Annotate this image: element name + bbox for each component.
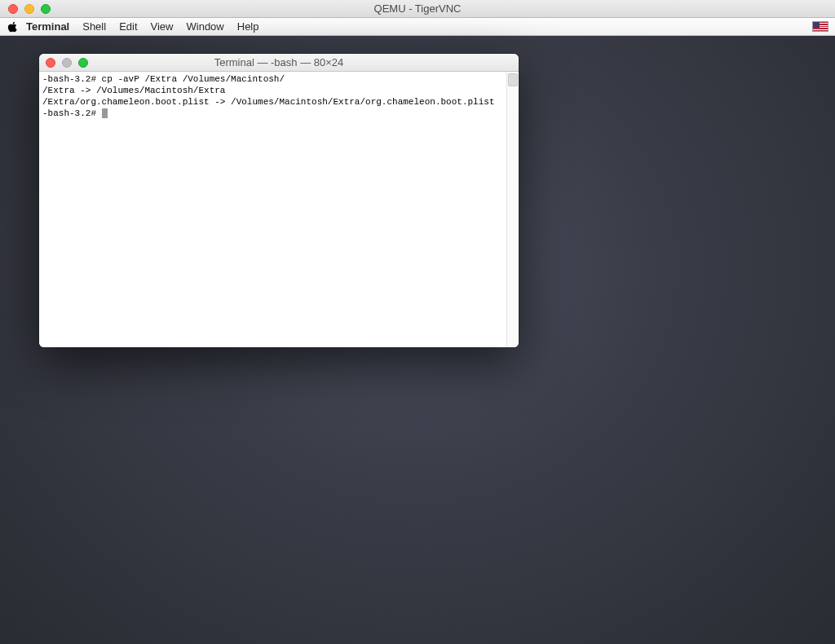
terminal-prompt: -bash-3.2# — [42, 108, 102, 118]
vnc-window-title: QEMU - TigerVNC — [0, 2, 835, 15]
menu-help[interactable]: Help — [237, 20, 259, 33]
minimize-icon[interactable] — [24, 4, 34, 14]
maximize-icon[interactable] — [41, 4, 51, 14]
vnc-titlebar: QEMU - TigerVNC — [0, 0, 835, 18]
minimize-icon[interactable] — [62, 58, 72, 68]
terminal-window-controls — [39, 58, 88, 68]
apple-menu-icon[interactable] — [7, 21, 18, 33]
terminal-line: /Extra/org.chameleon.boot.plist -> /Volu… — [42, 97, 495, 107]
macos-desktop[interactable]: Terminal Shell Edit View Window Help Ter… — [0, 18, 835, 644]
terminal-content[interactable]: -bash-3.2# cp -avP /Extra /Volumes/Macin… — [39, 72, 506, 347]
terminal-titlebar[interactable]: Terminal — -bash — 80×24 — [39, 54, 519, 72]
terminal-window-title: Terminal — -bash — 80×24 — [39, 56, 519, 68]
terminal-scrollbar[interactable] — [506, 72, 519, 347]
terminal-line: /Extra -> /Volumes/Macintosh/Extra — [42, 86, 225, 95]
close-icon[interactable] — [8, 4, 18, 14]
terminal-line: -bash-3.2# cp -avP /Extra /Volumes/Macin… — [42, 74, 285, 84]
close-icon[interactable] — [46, 58, 55, 68]
menu-edit[interactable]: Edit — [119, 20, 137, 33]
cursor-icon — [102, 108, 108, 118]
macos-menubar: Terminal Shell Edit View Window Help — [0, 18, 835, 36]
menu-window[interactable]: Window — [187, 20, 224, 33]
menu-shell[interactable]: Shell — [82, 20, 106, 33]
scrollbar-thumb[interactable] — [508, 73, 518, 86]
vnc-window-controls — [0, 4, 51, 14]
maximize-icon[interactable] — [78, 58, 88, 68]
menubar-app-name[interactable]: Terminal — [26, 20, 69, 33]
terminal-body: -bash-3.2# cp -avP /Extra /Volumes/Macin… — [39, 72, 519, 347]
input-source-flag-icon[interactable] — [812, 21, 828, 32]
menu-view[interactable]: View — [151, 20, 174, 33]
terminal-window: Terminal — -bash — 80×24 -bash-3.2# cp -… — [39, 54, 519, 347]
